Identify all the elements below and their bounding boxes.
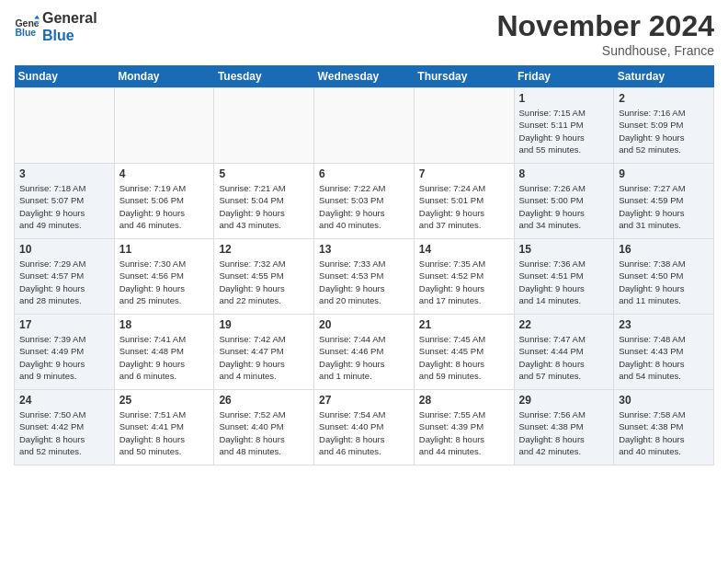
calendar-cell: 7Sunrise: 7:24 AM Sunset: 5:01 PM Daylig… xyxy=(414,164,514,239)
calendar-cell: 14Sunrise: 7:35 AM Sunset: 4:52 PM Dayli… xyxy=(414,239,514,315)
calendar-cell: 18Sunrise: 7:41 AM Sunset: 4:48 PM Dayli… xyxy=(114,315,214,390)
day-number: 23 xyxy=(619,318,709,331)
day-number: 12 xyxy=(219,243,309,256)
day-number: 30 xyxy=(619,394,709,407)
day-info: Sunrise: 7:22 AM Sunset: 5:03 PM Dayligh… xyxy=(319,182,409,231)
day-number: 26 xyxy=(219,394,309,407)
day-info: Sunrise: 7:29 AM Sunset: 4:57 PM Dayligh… xyxy=(19,258,109,306)
svg-text:Blue: Blue xyxy=(15,27,36,38)
calendar-cell: 17Sunrise: 7:39 AM Sunset: 4:49 PM Dayli… xyxy=(15,315,115,390)
day-info: Sunrise: 7:51 AM Sunset: 4:41 PM Dayligh… xyxy=(119,408,210,457)
day-info: Sunrise: 7:39 AM Sunset: 4:49 PM Dayligh… xyxy=(19,333,109,382)
day-info: Sunrise: 7:48 AM Sunset: 4:43 PM Dayligh… xyxy=(619,333,709,382)
title-block: November 2024 Sundhouse, France xyxy=(496,9,714,58)
calendar-table: SundayMondayTuesdayWednesdayThursdayFrid… xyxy=(14,65,714,465)
week-row-4: 17Sunrise: 7:39 AM Sunset: 4:49 PM Dayli… xyxy=(15,315,714,390)
calendar-header-row: SundayMondayTuesdayWednesdayThursdayFrid… xyxy=(15,65,714,88)
day-number: 10 xyxy=(19,243,109,256)
day-info: Sunrise: 7:18 AM Sunset: 5:07 PM Dayligh… xyxy=(19,182,109,231)
day-info: Sunrise: 7:33 AM Sunset: 4:53 PM Dayligh… xyxy=(319,258,409,306)
day-info: Sunrise: 7:21 AM Sunset: 5:04 PM Dayligh… xyxy=(219,182,309,231)
day-number: 27 xyxy=(319,394,409,407)
col-header-saturday: Saturday xyxy=(614,65,714,88)
location-subtitle: Sundhouse, France xyxy=(496,43,714,58)
day-info: Sunrise: 7:58 AM Sunset: 4:38 PM Dayligh… xyxy=(619,408,709,457)
day-info: Sunrise: 7:36 AM Sunset: 4:51 PM Dayligh… xyxy=(519,258,609,306)
day-number: 29 xyxy=(519,394,609,407)
logo-blue: Blue xyxy=(42,27,97,44)
day-number: 15 xyxy=(519,243,609,256)
day-info: Sunrise: 7:45 AM Sunset: 4:45 PM Dayligh… xyxy=(419,333,509,382)
calendar-cell: 10Sunrise: 7:29 AM Sunset: 4:57 PM Dayli… xyxy=(15,239,115,315)
month-title: November 2024 xyxy=(496,9,714,43)
day-info: Sunrise: 7:26 AM Sunset: 5:00 PM Dayligh… xyxy=(519,182,609,231)
day-number: 22 xyxy=(519,318,609,331)
calendar-cell: 27Sunrise: 7:54 AM Sunset: 4:40 PM Dayli… xyxy=(314,390,415,465)
day-number: 13 xyxy=(319,243,409,256)
calendar-cell: 29Sunrise: 7:56 AM Sunset: 4:38 PM Dayli… xyxy=(514,390,614,465)
week-row-5: 24Sunrise: 7:50 AM Sunset: 4:42 PM Dayli… xyxy=(15,390,714,465)
week-row-1: 1Sunrise: 7:15 AM Sunset: 5:11 PM Daylig… xyxy=(15,88,714,164)
day-info: Sunrise: 7:38 AM Sunset: 4:50 PM Dayligh… xyxy=(619,258,709,306)
calendar-cell: 26Sunrise: 7:52 AM Sunset: 4:40 PM Dayli… xyxy=(214,390,314,465)
calendar-cell: 8Sunrise: 7:26 AM Sunset: 5:00 PM Daylig… xyxy=(514,164,614,239)
calendar-cell: 22Sunrise: 7:47 AM Sunset: 4:44 PM Dayli… xyxy=(514,315,614,390)
calendar-cell: 3Sunrise: 7:18 AM Sunset: 5:07 PM Daylig… xyxy=(15,164,115,239)
day-number: 18 xyxy=(119,318,210,331)
calendar-cell: 23Sunrise: 7:48 AM Sunset: 4:43 PM Dayli… xyxy=(614,315,714,390)
day-info: Sunrise: 7:15 AM Sunset: 5:11 PM Dayligh… xyxy=(519,107,609,155)
day-number: 9 xyxy=(619,167,709,180)
calendar-cell: 25Sunrise: 7:51 AM Sunset: 4:41 PM Dayli… xyxy=(114,390,214,465)
day-number: 28 xyxy=(419,394,509,407)
calendar-cell: 9Sunrise: 7:27 AM Sunset: 4:59 PM Daylig… xyxy=(614,164,714,239)
day-info: Sunrise: 7:35 AM Sunset: 4:52 PM Dayligh… xyxy=(419,258,509,306)
calendar-cell: 5Sunrise: 7:21 AM Sunset: 5:04 PM Daylig… xyxy=(214,164,314,239)
day-number: 19 xyxy=(219,318,309,331)
calendar-cell: 1Sunrise: 7:15 AM Sunset: 5:11 PM Daylig… xyxy=(514,88,614,164)
week-row-3: 10Sunrise: 7:29 AM Sunset: 4:57 PM Dayli… xyxy=(15,239,714,315)
logo: General Blue General Blue xyxy=(14,9,97,44)
calendar-cell: 11Sunrise: 7:30 AM Sunset: 4:56 PM Dayli… xyxy=(114,239,214,315)
col-header-sunday: Sunday xyxy=(15,65,115,88)
calendar-cell: 19Sunrise: 7:42 AM Sunset: 4:47 PM Dayli… xyxy=(214,315,314,390)
day-number: 24 xyxy=(19,394,109,407)
day-number: 17 xyxy=(19,318,109,331)
day-info: Sunrise: 7:24 AM Sunset: 5:01 PM Dayligh… xyxy=(419,182,509,231)
day-info: Sunrise: 7:41 AM Sunset: 4:48 PM Dayligh… xyxy=(119,333,210,382)
col-header-tuesday: Tuesday xyxy=(214,65,314,88)
day-info: Sunrise: 7:55 AM Sunset: 4:39 PM Dayligh… xyxy=(419,408,509,457)
day-number: 8 xyxy=(519,167,609,180)
week-row-2: 3Sunrise: 7:18 AM Sunset: 5:07 PM Daylig… xyxy=(15,164,714,239)
day-number: 14 xyxy=(419,243,509,256)
day-number: 3 xyxy=(19,167,109,180)
day-number: 7 xyxy=(419,167,509,180)
day-number: 2 xyxy=(619,92,709,105)
day-info: Sunrise: 7:50 AM Sunset: 4:42 PM Dayligh… xyxy=(19,408,109,457)
day-info: Sunrise: 7:32 AM Sunset: 4:55 PM Dayligh… xyxy=(219,258,309,306)
calendar-cell: 2Sunrise: 7:16 AM Sunset: 5:09 PM Daylig… xyxy=(614,88,714,164)
page-container: General Blue General Blue November 2024 … xyxy=(0,0,728,475)
calendar-cell: 28Sunrise: 7:55 AM Sunset: 4:39 PM Dayli… xyxy=(414,390,514,465)
header: General Blue General Blue November 2024 … xyxy=(14,9,714,58)
day-info: Sunrise: 7:42 AM Sunset: 4:47 PM Dayligh… xyxy=(219,333,309,382)
calendar-cell: 6Sunrise: 7:22 AM Sunset: 5:03 PM Daylig… xyxy=(314,164,415,239)
calendar-cell: 20Sunrise: 7:44 AM Sunset: 4:46 PM Dayli… xyxy=(314,315,415,390)
calendar-cell xyxy=(214,88,314,164)
day-info: Sunrise: 7:19 AM Sunset: 5:06 PM Dayligh… xyxy=(119,182,210,231)
calendar-cell xyxy=(314,88,415,164)
day-number: 5 xyxy=(219,167,309,180)
calendar-cell: 30Sunrise: 7:58 AM Sunset: 4:38 PM Dayli… xyxy=(614,390,714,465)
day-info: Sunrise: 7:52 AM Sunset: 4:40 PM Dayligh… xyxy=(219,408,309,457)
day-number: 16 xyxy=(619,243,709,256)
day-info: Sunrise: 7:56 AM Sunset: 4:38 PM Dayligh… xyxy=(519,408,609,457)
day-number: 4 xyxy=(119,167,210,180)
day-number: 20 xyxy=(319,318,409,331)
col-header-thursday: Thursday xyxy=(414,65,514,88)
calendar-cell: 21Sunrise: 7:45 AM Sunset: 4:45 PM Dayli… xyxy=(414,315,514,390)
logo-general: General xyxy=(42,9,97,27)
day-number: 21 xyxy=(419,318,509,331)
col-header-friday: Friday xyxy=(514,65,614,88)
day-info: Sunrise: 7:27 AM Sunset: 4:59 PM Dayligh… xyxy=(619,182,709,231)
col-header-monday: Monday xyxy=(114,65,214,88)
calendar-cell: 15Sunrise: 7:36 AM Sunset: 4:51 PM Dayli… xyxy=(514,239,614,315)
